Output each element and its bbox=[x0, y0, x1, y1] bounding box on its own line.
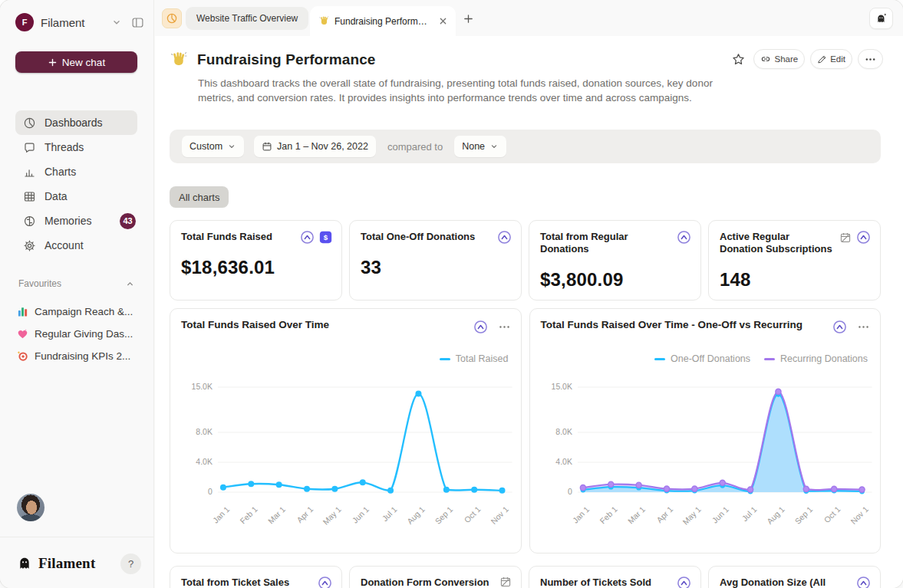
circled-caret-icon[interactable] bbox=[318, 576, 332, 588]
circled-caret-icon[interactable] bbox=[856, 576, 871, 588]
filter-bar: Custom Jan 1 – Nov 26, 2022 compared to … bbox=[170, 130, 881, 163]
main-content: Fundraising Performance This dashboard t… bbox=[155, 36, 903, 588]
tab-fundraising-performance[interactable]: Fundraising Performance bbox=[310, 6, 456, 36]
ghost-logo-icon bbox=[17, 556, 32, 571]
compare-value: None bbox=[462, 141, 485, 152]
svg-text:May 1: May 1 bbox=[321, 505, 343, 527]
kpi-card-active-regular-donation-subscriptions: Active Regular Donation Subscriptions 14… bbox=[708, 220, 881, 301]
svg-text:Nov 1: Nov 1 bbox=[489, 505, 510, 526]
sidebar-item-data[interactable]: Data bbox=[15, 184, 137, 209]
more-button[interactable] bbox=[858, 49, 883, 69]
star-icon[interactable] bbox=[731, 52, 746, 67]
kpi-title: Active Regular Donation Subscriptions bbox=[720, 231, 836, 255]
chart-card-one-off-vs-recurring: Total Funds Raised Over Time - One-Off v… bbox=[529, 308, 882, 554]
user-avatar[interactable] bbox=[17, 494, 44, 521]
chevron-up-icon bbox=[125, 279, 135, 289]
sidebar-item-label: Charts bbox=[44, 166, 76, 178]
circled-caret-icon[interactable] bbox=[497, 230, 512, 245]
table-icon bbox=[23, 190, 36, 203]
favourites-header[interactable]: Favourites bbox=[18, 278, 135, 289]
close-tab-icon[interactable] bbox=[439, 17, 447, 25]
circled-caret-icon[interactable] bbox=[856, 230, 871, 245]
svg-text:Aug 1: Aug 1 bbox=[406, 505, 427, 526]
new-tab-button[interactable] bbox=[460, 10, 476, 27]
bar-chart-emoji-icon bbox=[17, 306, 28, 317]
speech-bubble-icon bbox=[23, 141, 36, 154]
help-button[interactable]: ? bbox=[120, 554, 141, 574]
kpi-card-total-funds-raised: Total Funds Raised $ $18,636.01 bbox=[170, 220, 342, 301]
pencil-icon bbox=[817, 54, 827, 64]
tab-bar: Website Traffic Overview Fundraising Per… bbox=[155, 0, 903, 36]
sidebar-item-label: Dashboards bbox=[44, 117, 103, 129]
svg-text:Nov 1: Nov 1 bbox=[849, 505, 869, 526]
edit-button[interactable]: Edit bbox=[810, 49, 852, 69]
favourite-item-regular-giving[interactable]: Regular Giving Das... bbox=[17, 323, 147, 345]
new-chat-button[interactable]: New chat bbox=[15, 51, 137, 73]
tab-website-traffic-overview[interactable]: Website Traffic Overview bbox=[186, 7, 308, 30]
svg-text:0: 0 bbox=[208, 488, 213, 496]
sidebar-item-threads[interactable]: Threads bbox=[15, 135, 137, 159]
circled-caret-icon[interactable] bbox=[300, 230, 315, 245]
workspace-name: Filament bbox=[41, 16, 85, 29]
sidebar-item-label: Threads bbox=[44, 141, 84, 153]
kpi-title: Total One-Off Donations bbox=[361, 231, 477, 243]
svg-text:4.0K: 4.0K bbox=[196, 458, 213, 466]
kpi-value: $18,636.01 bbox=[181, 257, 331, 278]
page-description: This dashboard tracks the overall state … bbox=[198, 76, 720, 105]
svg-text:Jan 1: Jan 1 bbox=[571, 505, 591, 525]
edit-label: Edit bbox=[830, 54, 845, 64]
favourite-item-label: Regular Giving Das... bbox=[35, 328, 133, 340]
svg-text:8.0K: 8.0K bbox=[196, 428, 213, 436]
dashboards-home-button[interactable] bbox=[162, 8, 182, 28]
svg-text:15.0K: 15.0K bbox=[551, 383, 572, 391]
sidebar-item-charts[interactable]: Charts bbox=[15, 159, 137, 184]
capture-button[interactable] bbox=[869, 8, 893, 29]
range-type-dropdown[interactable]: Custom bbox=[182, 136, 244, 157]
all-charts-chip[interactable]: All charts bbox=[170, 186, 229, 208]
calendar-icon bbox=[262, 141, 272, 152]
kpi-value: 33 bbox=[361, 257, 510, 278]
favourite-item-fundraising-kpis[interactable]: Fundraising KPIs 2... bbox=[17, 345, 147, 367]
kpi-card-total-from-ticket-sales: Total from Ticket Sales bbox=[170, 566, 342, 588]
bottom-cards-row: Total from Ticket Sales Donation Form Co… bbox=[170, 566, 881, 588]
chevron-down-icon[interactable] bbox=[111, 17, 122, 28]
favourites-list: Campaign Reach &... Regular Giving Das..… bbox=[17, 301, 147, 367]
circled-caret-icon[interactable] bbox=[677, 230, 691, 245]
svg-text:Feb 1: Feb 1 bbox=[239, 505, 259, 526]
dollar-badge-icon[interactable]: $ bbox=[319, 231, 332, 244]
svg-text:Apr 1: Apr 1 bbox=[295, 505, 315, 525]
sidebar-item-account[interactable]: Account bbox=[15, 233, 137, 258]
svg-text:4.0K: 4.0K bbox=[555, 458, 572, 466]
all-charts-label: All charts bbox=[179, 192, 219, 203]
plus-icon bbox=[48, 57, 58, 67]
sidebar-toggle-icon[interactable] bbox=[131, 16, 144, 29]
compared-to-label: compared to bbox=[387, 141, 443, 153]
svg-text:0: 0 bbox=[568, 488, 572, 496]
share-button[interactable]: Share bbox=[753, 49, 805, 69]
svg-text:Apr 1: Apr 1 bbox=[654, 505, 674, 525]
svg-text:Jan 1: Jan 1 bbox=[211, 505, 231, 525]
page-title: Fundraising Performance bbox=[197, 51, 375, 68]
favourite-item-label: Campaign Reach &... bbox=[35, 306, 133, 317]
svg-text:Jun 1: Jun 1 bbox=[351, 505, 371, 525]
tab-label: Website Traffic Overview bbox=[196, 13, 298, 24]
svg-text:Sep 1: Sep 1 bbox=[433, 505, 454, 526]
workspace-switcher[interactable]: F Filament bbox=[15, 12, 144, 32]
sidebar: F Filament New chat Dashboards Threads C… bbox=[0, 0, 154, 588]
sidebar-item-dashboards[interactable]: Dashboards bbox=[15, 110, 137, 135]
waving-hand-icon bbox=[170, 51, 188, 69]
date-range-value: Jan 1 – Nov 26, 2022 bbox=[277, 141, 368, 152]
tab-label: Fundraising Performance bbox=[335, 16, 430, 27]
circled-caret-icon[interactable] bbox=[677, 576, 691, 588]
svg-text:Sep 1: Sep 1 bbox=[793, 505, 814, 526]
favourite-item-campaign-reach[interactable]: Campaign Reach &... bbox=[17, 301, 147, 323]
date-range-button[interactable]: Jan 1 – Nov 26, 2022 bbox=[254, 136, 376, 157]
range-type-value: Custom bbox=[189, 141, 222, 152]
compare-dropdown[interactable]: None bbox=[454, 136, 506, 157]
svg-text:Oct 1: Oct 1 bbox=[463, 505, 483, 525]
line-chart-total-funds-raised: 04.0K8.0K15.0KJan 1Feb 1Mar 1Apr 1May 1J… bbox=[170, 309, 521, 553]
sidebar-item-memories[interactable]: Memories 43 bbox=[15, 209, 137, 233]
memories-count-badge: 43 bbox=[120, 213, 136, 229]
area-chart-one-off-vs-recurring: 04.0K8.0K15.0KJan 1Feb 1Mar 1Apr 1May 1J… bbox=[530, 309, 881, 553]
ellipsis-icon bbox=[865, 54, 876, 65]
